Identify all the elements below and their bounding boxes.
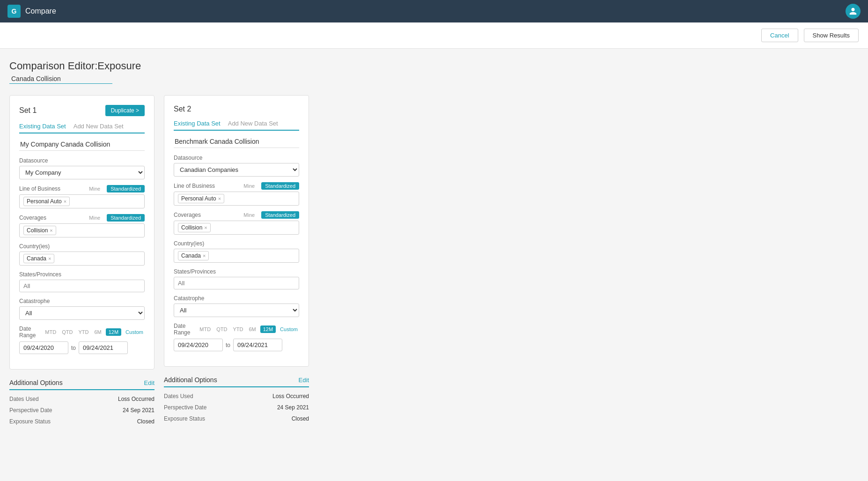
set1-date-from-input[interactable] <box>19 341 68 354</box>
set1-lob-standardized-btn[interactable]: Standardized <box>107 185 145 192</box>
set2-states-group: States/Provinces <box>174 268 299 289</box>
set2-existing-data-tab[interactable]: Existing Data Set <box>174 120 221 128</box>
set2-additional-options: Additional Options Edit Dates Used Loss … <box>164 376 309 422</box>
set1-lob-tag-personal-auto: Personal Auto × <box>23 197 70 206</box>
set2-exposure-status-row: Exposure Status Closed <box>164 415 309 422</box>
set1-coverages-standardized-btn[interactable]: Standardized <box>107 214 145 222</box>
set1-date-qtd[interactable]: QTD <box>60 329 74 335</box>
set2-datasource-label: Datasource <box>174 155 202 161</box>
set2-coverages-mine-btn[interactable]: Mine <box>240 211 258 219</box>
set2-countries-tags[interactable]: Canada × <box>174 249 299 263</box>
set2-card: Set 2 Existing Data Set Add New Data Set… <box>164 95 309 367</box>
set1-additional-options-header: Additional Options Edit <box>9 379 154 390</box>
set2-lob-standardized-btn[interactable]: Standardized <box>261 182 299 190</box>
page-subtitle-input[interactable] <box>9 74 112 84</box>
set2-date-from-input[interactable] <box>174 339 223 351</box>
page-content: Comparison Editor:Exposure Set 1 Duplica… <box>0 49 868 441</box>
set1-edit-link[interactable]: Edit <box>144 379 154 386</box>
app-logo: G <box>7 5 21 18</box>
set2-date-qtd[interactable]: QTD <box>215 326 228 333</box>
set1-datasource-select[interactable]: My Company <box>19 166 145 179</box>
set2-lob-mine-btn[interactable]: Mine <box>240 182 258 190</box>
set2-tabs: Existing Data Set Add New Data Set <box>174 120 299 131</box>
set1-datasource-label: Datasource <box>19 157 48 164</box>
set1-coverage-tag-remove[interactable]: × <box>50 228 52 233</box>
set2-lob-tag-remove[interactable]: × <box>218 196 221 201</box>
set2-coverages-group: Coverages Mine Standardized Collision × <box>174 211 299 235</box>
set2-coverages-toggles: Mine Standardized <box>240 211 299 219</box>
set2-date-range-header: Date Range MTD QTD YTD 6M 12M Custom <box>174 323 299 336</box>
set1-date-ytd[interactable]: YTD <box>77 329 90 335</box>
set2-edit-link[interactable]: Edit <box>299 377 309 384</box>
set1-states-label: States/Provinces <box>19 271 61 278</box>
set1-lob-tags[interactable]: Personal Auto × <box>19 194 145 208</box>
set2-date-6m[interactable]: 6M <box>247 326 257 333</box>
app-header: G Compare <box>0 0 868 22</box>
set2-label: Set 2 <box>174 105 191 113</box>
set2-lob-tags[interactable]: Personal Auto × <box>174 192 299 206</box>
set2-date-ytd[interactable]: YTD <box>231 326 244 333</box>
set1-catastrophe-group: Catastrophe All <box>19 298 145 320</box>
set2-lob-toggles: Mine Standardized <box>240 182 299 190</box>
set1-date-range-label: Date Range <box>19 326 44 339</box>
set2-add-new-tab[interactable]: Add New Data Set <box>228 120 278 128</box>
set1-add-new-tab[interactable]: Add New Data Set <box>74 123 124 131</box>
set2-date-mtd[interactable]: MTD <box>198 326 212 333</box>
set1-lob-label: Line of Business <box>19 185 60 192</box>
set2-date-range-group: Date Range MTD QTD YTD 6M 12M Custom to <box>174 323 299 351</box>
page-title: Comparison Editor:Exposure <box>9 60 859 72</box>
set2-datasource-select[interactable]: Canadian Companies <box>174 163 299 177</box>
set2-dates-used-key: Dates Used <box>164 393 193 400</box>
set1-coverages-tags[interactable]: Collision × <box>19 223 145 237</box>
toolbar: Cancel Show Results <box>0 22 868 49</box>
set1-dates-used-row: Dates Used Loss Occurred <box>9 396 154 402</box>
show-results-button[interactable]: Show Results <box>804 29 859 42</box>
set2-perspective-date-row: Perspective Date 24 Sep 2021 <box>164 404 309 411</box>
set2-states-input[interactable] <box>174 277 299 289</box>
set2-dates-used-row: Dates Used Loss Occurred <box>164 393 309 400</box>
set2-coverages-tags[interactable]: Collision × <box>174 221 299 235</box>
set1-date-custom[interactable]: Custom <box>124 329 145 335</box>
set1-date-mtd[interactable]: MTD <box>44 329 58 335</box>
set1-datasource-group: Datasource My Company <box>19 157 145 179</box>
set1-duplicate-button[interactable]: Duplicate > <box>105 105 145 116</box>
set1-date-6m[interactable]: 6M <box>93 329 103 335</box>
set1-coverages-toggles: Mine Standardized <box>85 214 145 222</box>
set2-column: Set 2 Existing Data Set Add New Data Set… <box>164 95 309 429</box>
set1-additional-title: Additional Options <box>9 379 63 386</box>
set1-perspective-date-value: 24 Sep 2021 <box>123 407 154 414</box>
set2-exposure-status-value: Closed <box>292 415 309 422</box>
set2-date-inputs: to <box>174 339 299 351</box>
set1-states-input[interactable] <box>19 280 145 292</box>
set1-date-12m[interactable]: 12M <box>106 328 121 336</box>
cancel-button[interactable]: Cancel <box>761 29 798 42</box>
set1-date-to-input[interactable] <box>79 341 128 354</box>
set2-lob-group: Line of Business Mine Standardized Perso… <box>174 182 299 206</box>
set1-coverages-mine-btn[interactable]: Mine <box>85 214 104 222</box>
set2-coverage-tag-remove[interactable]: × <box>204 225 207 230</box>
app-title: Compare <box>25 7 56 15</box>
set1-date-options: MTD QTD YTD 6M 12M Custom <box>44 328 145 336</box>
set1-existing-data-tab[interactable]: Existing Data Set <box>19 123 66 131</box>
set1-lob-mine-btn[interactable]: Mine <box>85 185 104 192</box>
set2-date-12m[interactable]: 12M <box>260 326 276 333</box>
set1-lob-group: Line of Business Mine Standardized Perso… <box>19 185 145 208</box>
set2-catastrophe-select[interactable]: All <box>174 303 299 317</box>
set1-countries-tags[interactable]: Canada × <box>19 252 145 266</box>
set2-states-label: States/Provinces <box>174 268 216 275</box>
set1-label: Set 1 <box>19 106 37 115</box>
set2-date-custom[interactable]: Custom <box>279 326 299 333</box>
set2-country-tag-remove[interactable]: × <box>203 253 206 259</box>
set1-dataset-name-input[interactable] <box>19 138 145 151</box>
set2-dataset-name-input[interactable] <box>174 135 299 148</box>
set1-catastrophe-select[interactable]: All <box>19 306 145 320</box>
set2-perspective-date-value: 24 Sep 2021 <box>277 404 309 411</box>
set1-perspective-date-key: Perspective Date <box>9 407 52 414</box>
set2-coverages-tag-collision: Collision × <box>178 223 211 232</box>
user-avatar[interactable] <box>846 4 861 19</box>
set2-countries-label: Country(ies) <box>174 240 204 247</box>
set2-date-to-input[interactable] <box>233 339 282 351</box>
set2-coverages-standardized-btn[interactable]: Standardized <box>261 211 299 219</box>
set1-lob-tag-remove[interactable]: × <box>64 199 66 204</box>
set1-country-tag-remove[interactable]: × <box>48 256 51 261</box>
